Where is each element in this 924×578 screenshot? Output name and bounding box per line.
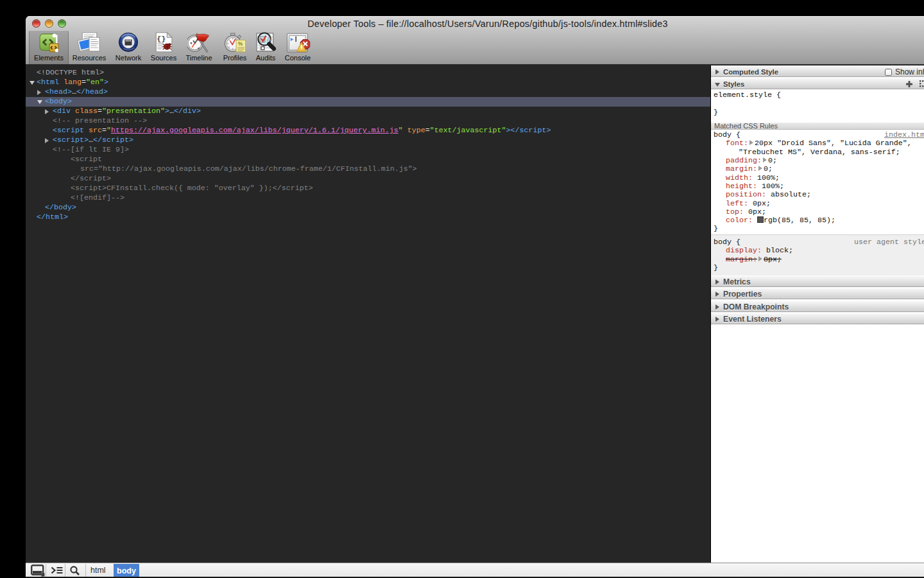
svg-text:{}: {}	[157, 35, 166, 44]
svg-text:A: A	[267, 35, 272, 43]
